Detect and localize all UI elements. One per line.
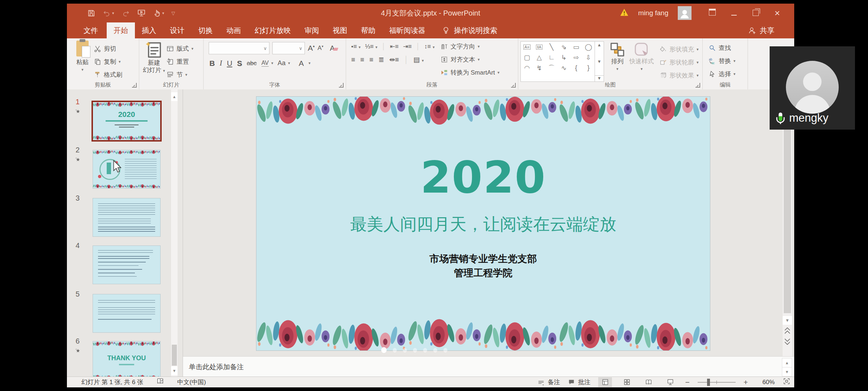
underline-button[interactable]: U (227, 59, 232, 68)
format-painter-button[interactable]: 格式刷 (94, 68, 122, 81)
select-button[interactable]: 选择▾ (709, 67, 748, 80)
slide-sorter-view-button[interactable] (620, 377, 634, 387)
increase-font-button[interactable]: A▴ (308, 44, 315, 52)
line-spacing-button[interactable]: ↕≡ ▾ (424, 43, 435, 50)
shape-fill-button[interactable]: 形状填充▾ (660, 43, 699, 56)
fit-to-window-button[interactable] (783, 377, 791, 387)
next-slide-button[interactable] (783, 337, 792, 346)
distribute-button[interactable]: ▤ ▾ (413, 55, 424, 64)
notes-pane[interactable]: 单击此处添加备注 ▲ ▼ (183, 356, 794, 377)
tab-view[interactable]: 视图 (326, 22, 354, 38)
tab-design[interactable]: 设计 (163, 22, 191, 38)
font-color-button[interactable]: A (299, 59, 304, 68)
align-right-button[interactable]: ≡ (369, 56, 373, 64)
shape-effects-button[interactable]: 形状效果▾ (660, 69, 699, 82)
main-scrollbar-thumb[interactable] (784, 105, 791, 313)
slide-thumbnail-3[interactable] (93, 198, 160, 236)
share-button[interactable]: 共享 (748, 22, 774, 38)
language-indicator[interactable]: 中文(中国) (177, 378, 206, 386)
scroll-down-icon[interactable]: ▼ (783, 316, 792, 325)
bullets-button[interactable]: •≡ ▾ (351, 43, 361, 50)
zoom-slider-thumb[interactable] (707, 379, 710, 386)
convert-smartart-button[interactable]: 转换为 SmartArt▾ (441, 66, 499, 79)
section-button[interactable]: 节▾ (166, 68, 193, 81)
undo-button[interactable]: ▾ (103, 9, 114, 17)
quick-styles-button[interactable]: 快速样式 ▾ (629, 41, 654, 82)
account-name[interactable]: ming fang (638, 9, 668, 17)
slide-org-line2[interactable]: 管理工程学院 (256, 266, 710, 279)
tab-animations[interactable]: 动画 (220, 22, 248, 38)
slide-subtitle[interactable]: 最美人间四月天，让阅读在云端绽放 (256, 213, 710, 236)
font-dialog-launcher[interactable] (339, 83, 344, 88)
current-slide[interactable]: 2020 最美人间四月天，让阅读在云端绽放 市场营销专业学生党支部 管理工程学院 (256, 97, 710, 350)
scroll-up-icon[interactable]: ▲ (171, 92, 178, 101)
italic-button[interactable]: I (220, 59, 222, 68)
tab-foxit-reader[interactable]: 福昕阅读器 (382, 22, 432, 38)
comments-toggle-button[interactable]: 批注 (568, 378, 590, 386)
slide-canvas[interactable]: 2020 最美人间四月天，让阅读在云端绽放 市场营销专业学生党支部 管理工程学院 (183, 89, 781, 357)
slide-thumbnail-1[interactable]: 2020 (93, 102, 160, 140)
zoom-out-button[interactable]: − (685, 378, 689, 387)
copy-button[interactable]: 复制▾ (94, 55, 122, 68)
shapes-gallery[interactable]: A≡‖A╲⇘▭◯ ▢△∟↳⇨⇩ ◠↯⌒∿{} (520, 41, 595, 82)
tab-review[interactable]: 审阅 (298, 22, 326, 38)
notes-toggle-button[interactable]: 备注 (537, 378, 560, 386)
shape-outline-button[interactable]: 形状轮廓▾ (660, 56, 699, 69)
zoom-in-button[interactable]: + (744, 378, 748, 387)
touch-mode-button[interactable]: ▾ (153, 9, 165, 17)
slide-thumbnail-4[interactable] (93, 246, 160, 284)
layout-button[interactable]: 版式▾ (166, 42, 193, 55)
tab-insert[interactable]: 插入 (135, 22, 163, 38)
tell-me-search[interactable]: 操作说明搜索 (442, 22, 497, 38)
strikethrough-button[interactable]: abc (247, 60, 256, 67)
change-case-button[interactable]: Aa (277, 59, 285, 67)
cut-button[interactable]: 剪切 (94, 42, 122, 55)
text-direction-button[interactable]: 文字方向▾ (441, 40, 499, 53)
close-button[interactable]: × (771, 8, 783, 19)
redo-button[interactable] (122, 9, 130, 17)
scroll-down-icon[interactable]: ▼ (171, 366, 178, 375)
reading-view-button[interactable] (642, 377, 655, 387)
numbering-button[interactable]: ⅓≡ ▾ (365, 43, 377, 50)
minimize-button[interactable] (728, 8, 740, 18)
previous-slide-button[interactable] (783, 326, 792, 335)
shapes-gallery-scroll[interactable]: ▲▼▼ (595, 41, 604, 82)
align-center-button[interactable]: ≡ (360, 56, 364, 64)
save-button[interactable] (87, 9, 95, 17)
account-avatar[interactable] (678, 6, 692, 20)
columns-button[interactable]: ⇹≡ (389, 55, 399, 64)
increase-indent-button[interactable]: ⇥≡ (403, 43, 412, 50)
notes-scroll-up-icon[interactable]: ▲ (782, 358, 792, 367)
notes-placeholder[interactable]: 单击此处添加备注 (189, 362, 244, 372)
slide-title-year[interactable]: 2020 (256, 152, 710, 203)
find-button[interactable]: 查找 (709, 41, 748, 54)
thumbnail-scrollbar-thumb[interactable] (172, 345, 177, 366)
slideshow-view-button[interactable] (663, 377, 677, 387)
paragraph-dialog-launcher[interactable] (511, 83, 516, 88)
font-name-combo[interactable]: ∨ (209, 42, 269, 54)
replace-button[interactable]: 替换▾ (709, 54, 748, 67)
thumbnail-scrollbar[interactable]: ▲ ▼ (171, 89, 178, 377)
clear-formatting-button[interactable]: A (330, 44, 338, 52)
start-slideshow-button[interactable] (137, 9, 146, 17)
restore-button[interactable] (749, 8, 762, 18)
clipboard-dialog-launcher[interactable] (132, 83, 137, 88)
slide-org-line1[interactable]: 市场营销专业学生党支部 (256, 252, 710, 265)
zoom-slider[interactable] (698, 382, 736, 383)
slide-thumbnail-2[interactable] (93, 150, 160, 188)
text-shadow-button[interactable]: S (237, 59, 242, 68)
paste-button[interactable]: 粘贴 ▾ (76, 41, 89, 81)
slide-indicator[interactable]: 幻灯片 第 1 张, 共 6 张 (81, 378, 143, 386)
align-left-button[interactable]: ≡ (351, 56, 355, 64)
decrease-indent-button[interactable]: ⇤≡ (390, 43, 399, 50)
tab-transitions[interactable]: 切换 (191, 22, 220, 38)
drawing-dialog-launcher[interactable] (695, 83, 700, 88)
customize-qat-button[interactable]: ▽ (171, 10, 175, 16)
justify-button[interactable]: ≣ (378, 55, 384, 64)
font-size-combo[interactable]: ∨ (272, 42, 305, 54)
spellcheck-icon[interactable] (156, 377, 164, 387)
tab-home[interactable]: 开始 (107, 22, 135, 38)
zoom-level[interactable]: 60% (756, 379, 775, 386)
new-slide-button[interactable]: 新建 幻灯片 ▾ (143, 41, 165, 81)
normal-view-button[interactable] (598, 377, 612, 387)
